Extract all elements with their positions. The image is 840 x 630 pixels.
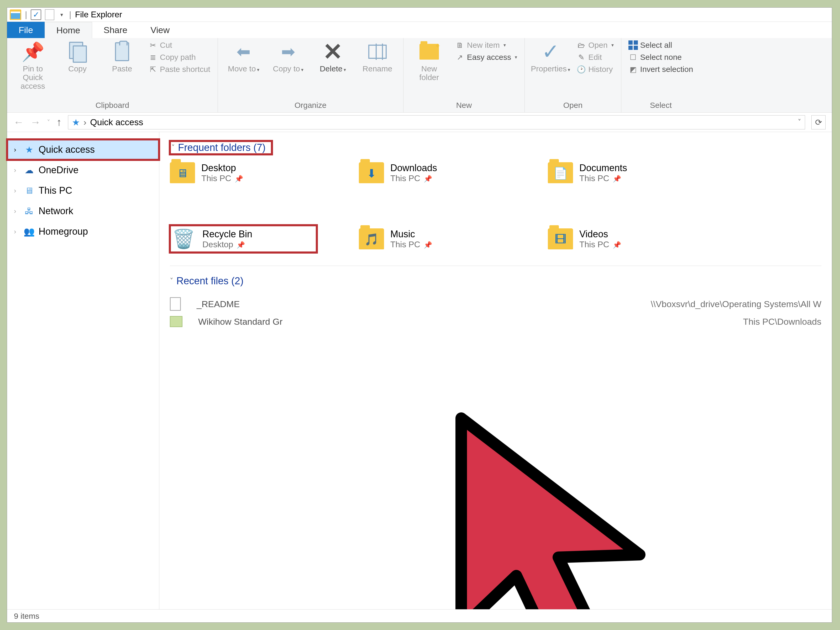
folder-icon: 📄 [548,162,573,183]
copy-to-icon: ➡ [277,41,299,63]
frequent-folders-list: 🖥DesktopThis PC 📌⬇DownloadsThis PC 📌📄Doc… [170,162,821,266]
file-name: _README [197,299,240,309]
tab-share[interactable]: Share [92,22,139,38]
homegroup-icon: 👥 [24,226,35,237]
invert-selection-button[interactable]: ◩Invert selection [629,65,693,74]
chevron-right-icon[interactable]: › [14,207,20,215]
sidebar-item-quick-access[interactable]: › ★ Quick access [7,139,159,160]
folder-item-videos[interactable]: 🎞VideosThis PC 📌 [548,225,695,253]
chevron-right-icon[interactable]: › [14,186,20,195]
folder-name: Recycle Bin [202,229,252,240]
chevron-down-icon: ▾ [611,42,614,48]
group-new: New folder 🗎New item▾ ↗Easy access▾ New [403,38,525,112]
chevron-down-icon: ˅ [170,277,173,285]
content-pane: ˅ Frequent folders (7) 🖥DesktopThis PC 📌… [159,132,832,609]
folder-icon: ⬇ [359,162,384,183]
tab-home[interactable]: Home [45,22,92,38]
status-bar: 9 items [7,609,832,622]
pin-icon: 📌 [237,241,245,249]
quick-access-icon: ★ [72,117,80,128]
back-button[interactable]: ← [13,116,24,128]
chevron-down-icon: ˅ [171,144,175,152]
rename-button[interactable]: Rename [359,41,396,73]
home-folder-icon [10,9,21,20]
select-all-button[interactable]: Select all [629,41,693,50]
pin-to-quick-access-button[interactable]: 📌 Pin to Quick access [14,41,51,90]
file-name: Wikihow Standard Gr [198,317,283,327]
copy-button[interactable]: Copy [59,41,96,73]
forward-button[interactable]: → [30,116,41,128]
copy-path-button[interactable]: ≣Copy path [148,53,210,62]
easy-access-button[interactable]: ↗Easy access▾ [455,53,517,62]
new-folder-button[interactable]: New folder [411,41,448,82]
new-folder-icon [418,41,440,63]
sidebar-item-this-pc[interactable]: › 🖥 This PC [7,180,159,201]
chevron-down-icon: ▾ [568,67,570,73]
sidebar-item-network[interactable]: › 🖧 Network [7,201,159,221]
recent-file-item[interactable]: Wikihow Standard GrThis PC\Downloads [170,313,821,330]
folder-item-music[interactable]: 🎵MusicThis PC 📌 [359,225,506,253]
ribbon: 📌 Pin to Quick access Copy Paste ✂Cut ≣C… [7,38,832,113]
image-file-icon [170,316,182,327]
edit-button[interactable]: ✎Edit [577,53,613,62]
copy-to-button[interactable]: ➡ Copy to▾ [270,41,306,73]
pin-icon: 📌 [424,175,432,183]
folder-item-downloads[interactable]: ⬇DownloadsThis PC 📌 [359,162,506,183]
paste-button[interactable]: Paste [104,41,141,73]
navigation-pane: › ★ Quick access › ☁ OneDrive › 🖥 This P… [7,132,159,609]
pin-icon: 📌 [613,175,621,183]
cut-button[interactable]: ✂Cut [148,41,210,50]
tab-file[interactable]: File [7,22,45,38]
history-button[interactable]: 🕑History [577,65,613,74]
folder-location: This PC 📌 [390,240,432,249]
rename-icon [366,41,388,63]
copy-icon [66,41,88,63]
quick-access-icon: ★ [24,144,35,155]
qa-checkbox-icon[interactable]: ✓ [31,9,41,20]
address-dropdown-icon[interactable]: ˅ [798,118,801,126]
folder-location: Desktop 📌 [202,240,252,249]
folder-item-recycle-bin[interactable]: 🗑️Recycle BinDesktop 📌 [170,225,317,253]
history-icon: 🕑 [577,65,586,74]
chevron-right-icon[interactable]: › [14,166,20,174]
shortcut-icon: ⇱ [148,65,157,74]
breadcrumb[interactable]: Quick access [90,117,143,127]
tab-view[interactable]: View [139,22,181,38]
chevron-right-icon[interactable]: › [14,227,20,236]
chevron-down-icon: ▾ [257,67,259,73]
folder-icon: 🖥 [170,162,195,183]
section-recent-files[interactable]: ˅ Recent files (2) [170,275,821,287]
sidebar-item-onedrive[interactable]: › ☁ OneDrive [7,160,159,180]
paste-shortcut-button[interactable]: ⇱Paste shortcut [148,65,210,74]
new-item-button[interactable]: 🗎New item▾ [455,41,517,50]
folder-item-desktop[interactable]: 🖥DesktopThis PC 📌 [170,162,317,183]
properties-icon: ✓ [540,41,562,63]
up-button[interactable]: ↑ [57,116,62,128]
select-none-button[interactable]: ☐Select none [629,53,693,62]
open-button[interactable]: 🗁Open▾ [577,41,613,50]
folder-item-documents[interactable]: 📄DocumentsThis PC 📌 [548,162,695,183]
chevron-down-icon: ▾ [515,54,517,60]
folder-location: This PC 📌 [201,174,243,183]
file-path: This PC\Downloads [743,317,821,327]
easy-access-icon: ↗ [455,53,464,62]
qa-dropdown-icon[interactable]: ▾ [58,9,65,20]
chevron-right-icon[interactable]: › [14,146,20,154]
address-bar[interactable]: ★ › Quick access ˅ [68,115,805,129]
sidebar-item-homegroup[interactable]: › 👥 Homegroup [7,221,159,242]
move-to-button[interactable]: ⬅ Move to▾ [225,41,262,73]
recent-file-item[interactable]: _README\\Vboxsvr\d_drive\Operating Syste… [170,295,821,313]
delete-button[interactable]: ✕ Delete▾ [314,41,351,73]
properties-button[interactable]: ✓ Properties▾ [532,41,569,73]
group-label: Open [532,101,613,111]
chevron-right-icon: › [84,117,86,127]
cursor-overlay-icon [445,408,682,609]
folder-icon: 🎞 [548,228,573,249]
qa-page-icon[interactable] [45,9,54,20]
refresh-button[interactable]: ⟳ [812,115,826,129]
recent-locations-button[interactable]: ˅ [47,118,50,126]
window-title: File Explorer [75,10,122,19]
scissors-icon: ✂ [148,41,157,50]
group-select: Select all ☐Select none ◩Invert selectio… [621,38,701,112]
section-frequent-folders[interactable]: ˅ Frequent folders (7) [170,141,272,154]
